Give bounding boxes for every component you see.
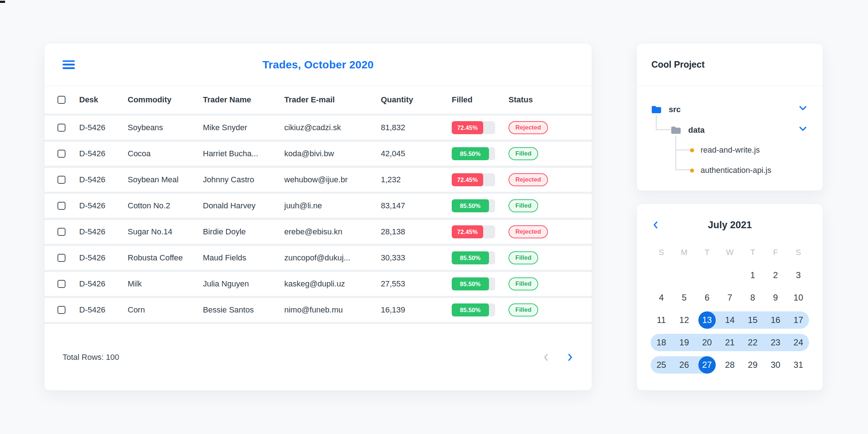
calendar-day-9[interactable]: 9 — [764, 286, 787, 309]
desk-cell: D-5426 — [79, 253, 128, 263]
day-number: 9 — [773, 293, 778, 303]
status-cell: Filled — [509, 303, 592, 316]
column-header-commodity: Commodity — [128, 95, 203, 105]
column-header-desk: Desk — [79, 95, 128, 105]
desk-cell: D-5426 — [79, 201, 128, 210]
tree-node-label: read-and-write.js — [701, 145, 760, 155]
row-checkbox[interactable] — [58, 202, 65, 210]
table-footer: Total Rows: 100 — [44, 324, 592, 390]
screen-artifact — [0, 1, 5, 3]
row-checkbox[interactable] — [58, 306, 65, 314]
calendar-day-24[interactable]: 24 — [787, 331, 810, 354]
calendar-day-empty — [650, 264, 673, 286]
chevron-left-icon[interactable] — [653, 208, 658, 242]
chevron-down-icon[interactable] — [799, 106, 807, 112]
table-row: D-5426Robusta CoffeeMaud Fieldszuncopof@… — [44, 246, 592, 272]
chevron-right-icon[interactable] — [566, 353, 574, 362]
tree-node-src[interactable]: src — [651, 101, 681, 119]
calendar-day-empty — [718, 264, 741, 286]
commodity-cell: Soybean Meal — [128, 175, 203, 184]
calendar-day-23[interactable]: 23 — [764, 331, 787, 354]
filled-progress-bar: 72.45% — [452, 121, 495, 134]
calendar-day-14[interactable]: 14 — [718, 309, 741, 331]
day-header: S — [650, 248, 673, 257]
table-row: D-5426Cotton No.2Donald Harveyjuuh@li.ne… — [44, 194, 592, 220]
calendar-day-4[interactable]: 4 — [650, 286, 673, 309]
row-checkbox[interactable] — [58, 228, 65, 236]
filled-progress-bar: 72.45% — [452, 225, 495, 238]
tree-node-file[interactable]: read-and-write.js — [690, 141, 760, 159]
calendar-day-27[interactable]: 27 — [695, 354, 718, 376]
calendar-day-7[interactable]: 7 — [718, 286, 741, 309]
calendar-day-26[interactable]: 26 — [673, 354, 695, 376]
calendar-day-30[interactable]: 30 — [764, 354, 787, 376]
calendar-title: July 2021 — [708, 220, 752, 231]
table-row: D-5426MilkJulia Nguyenkaskeg@dupli.uz27,… — [44, 272, 592, 298]
chevron-down-icon[interactable] — [799, 126, 807, 133]
day-number: 27 — [698, 356, 716, 374]
status-cell: Rejected — [509, 121, 592, 134]
calendar-day-16[interactable]: 16 — [764, 309, 787, 331]
column-header-email: Trader E-mail — [284, 95, 381, 105]
row-checkbox[interactable] — [58, 124, 65, 132]
tree-node-file[interactable]: authentication-api.js — [690, 161, 771, 179]
calendar-day-17[interactable]: 17 — [787, 309, 810, 331]
day-number: 14 — [725, 315, 735, 325]
filled-progress-value: 85.50% — [452, 251, 489, 264]
day-number: 31 — [793, 360, 803, 370]
calendar-day-8[interactable]: 8 — [741, 286, 764, 309]
quantity-cell: 16,139 — [381, 305, 452, 315]
filled-progress-value: 72.45% — [452, 173, 483, 186]
table-header-row: Desk Commodity Trader Name Trader E-mail… — [44, 86, 592, 114]
chevron-left-icon[interactable] — [542, 353, 550, 362]
calendar-day-10[interactable]: 10 — [787, 286, 810, 309]
filled-progress-value: 85.50% — [452, 277, 489, 290]
filled-progress-bar: 85.50% — [452, 303, 495, 316]
calendar-day-29[interactable]: 29 — [741, 354, 764, 376]
tree-node-label: authentication-api.js — [701, 166, 771, 175]
select-all-checkbox[interactable] — [58, 96, 65, 104]
day-number: 19 — [679, 337, 689, 348]
calendar-week-row: 123 — [650, 264, 810, 286]
email-cell: erebe@ebisu.kn — [284, 227, 381, 237]
calendar-day-3[interactable]: 3 — [787, 264, 810, 286]
desk-cell: D-5426 — [79, 123, 128, 132]
calendar-day-2[interactable]: 2 — [764, 264, 787, 286]
calendar-day-21[interactable]: 21 — [718, 331, 741, 354]
trader-cell: Julia Nguyen — [203, 279, 284, 289]
calendar-day-20[interactable]: 20 — [695, 331, 718, 354]
tree-node-data[interactable]: data — [671, 121, 705, 139]
day-header: S — [787, 248, 810, 257]
row-checkbox[interactable] — [58, 254, 65, 262]
calendar-day-28[interactable]: 28 — [718, 354, 741, 376]
calendar-day-18[interactable]: 18 — [650, 331, 673, 354]
folder-gray-icon — [671, 126, 681, 134]
calendar-day-11[interactable]: 11 — [650, 309, 673, 331]
day-number: 20 — [702, 337, 712, 348]
tree-connector — [675, 169, 690, 170]
calendar-day-12[interactable]: 12 — [673, 309, 695, 331]
calendar-day-13[interactable]: 13 — [695, 309, 718, 331]
tree-connector — [675, 149, 690, 150]
calendar-day-22[interactable]: 22 — [741, 331, 764, 354]
desk-cell: D-5426 — [79, 279, 128, 289]
email-cell: wehubow@ijue.br — [284, 175, 381, 184]
desk-cell: D-5426 — [79, 175, 128, 184]
quantity-cell: 28,138 — [381, 227, 452, 237]
row-checkbox[interactable] — [58, 176, 65, 184]
calendar-day-5[interactable]: 5 — [673, 286, 695, 309]
calendar-day-15[interactable]: 15 — [741, 309, 764, 331]
row-checkbox[interactable] — [58, 150, 65, 158]
day-number: 16 — [771, 315, 780, 325]
calendar-day-1[interactable]: 1 — [741, 264, 764, 286]
calendar-day-31[interactable]: 31 — [787, 354, 810, 376]
calendar-day-19[interactable]: 19 — [673, 331, 695, 354]
file-tree: src data read-and-write.js authenticatio… — [637, 86, 823, 191]
calendar-day-6[interactable]: 6 — [695, 286, 718, 309]
status-cell: Filled — [509, 199, 592, 212]
day-header: T — [695, 248, 718, 257]
calendar-day-25[interactable]: 25 — [650, 354, 673, 376]
row-checkbox[interactable] — [58, 280, 65, 288]
day-number: 6 — [705, 293, 709, 303]
desk-cell: D-5426 — [79, 305, 128, 315]
